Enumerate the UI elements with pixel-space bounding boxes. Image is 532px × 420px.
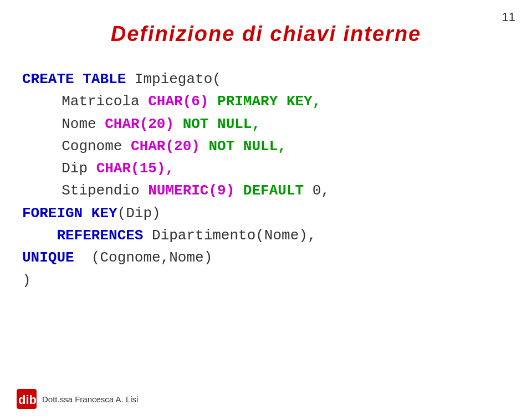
- keyword-table: TABLE: [83, 71, 126, 88]
- code-line-6: Stipendio NUMERIC(9) DEFAULT 0,: [22, 180, 532, 202]
- code-dip: Dip: [44, 160, 96, 177]
- keyword-char20-cognome: CHAR(20): [131, 138, 200, 155]
- keyword-char6: CHAR(6): [148, 93, 208, 110]
- keyword-not-null-nome: NOT NULL,: [174, 116, 260, 132]
- keyword-primary-key: PRIMARY KEY,: [208, 93, 321, 110]
- code-dipartimento: Dipartimento(Nome),: [143, 227, 316, 244]
- code-matricola: Matricola: [44, 93, 148, 110]
- keyword-foreign: FOREIGN: [22, 205, 83, 222]
- page-number: 11: [502, 10, 515, 24]
- code-line-3: Nome CHAR(20) NOT NULL,: [22, 113, 532, 135]
- code-line-10: ): [22, 269, 532, 291]
- code-block: CREATE TABLE Impiegato( Matricola CHAR(6…: [22, 68, 532, 291]
- keyword-key: KEY: [91, 205, 117, 222]
- code-impiegato: Impiegato(: [126, 71, 221, 88]
- keyword-not-null-cognome: NOT NULL,: [200, 138, 287, 155]
- keyword-char20-nome: CHAR(20): [105, 116, 174, 132]
- code-unique-cols: (Cognome,Nome): [74, 249, 213, 266]
- dib-logo: dib: [17, 389, 37, 409]
- code-line-9: UNIQUE (Cognome,Nome): [22, 247, 532, 269]
- code-dip-ref: (Dip): [117, 205, 161, 222]
- svg-text:dib: dib: [18, 393, 37, 407]
- code-line-7: FOREIGN KEY(Dip): [22, 202, 532, 224]
- keyword-table-space: [74, 71, 83, 88]
- code-line-4: Cognome CHAR(20) NOT NULL,: [22, 135, 532, 157]
- code-space-fk: [83, 205, 91, 222]
- keyword-numeric9: NUMERIC(9): [148, 182, 234, 199]
- footer-text: Dott.ssa Francesca A. Lisi: [42, 395, 138, 404]
- code-line-1: CREATE TABLE Impiegato(: [22, 68, 532, 90]
- code-line-8: REFERENCES Dipartimento(Nome),: [22, 224, 532, 247]
- code-cognome: Cognome: [44, 138, 131, 155]
- code-default-val: 0,: [304, 182, 330, 199]
- slide-title: Definizione di chiavi interne: [0, 22, 532, 46]
- code-line-2: Matricola CHAR(6) PRIMARY KEY,: [22, 90, 532, 112]
- code-line-5: Dip CHAR(15),: [22, 157, 532, 180]
- keyword-create: CREATE: [22, 71, 74, 88]
- keyword-char15: CHAR(15),: [96, 160, 174, 177]
- keyword-unique: UNIQUE: [22, 249, 74, 266]
- code-close-paren: ): [22, 272, 31, 289]
- footer: dib Dott.ssa Francesca A. Lisi: [17, 389, 138, 409]
- keyword-default: DEFAULT: [234, 182, 304, 199]
- code-stipendio: Stipendio: [44, 182, 148, 199]
- code-nome: Nome: [44, 116, 105, 132]
- keyword-references: REFERENCES: [22, 227, 143, 244]
